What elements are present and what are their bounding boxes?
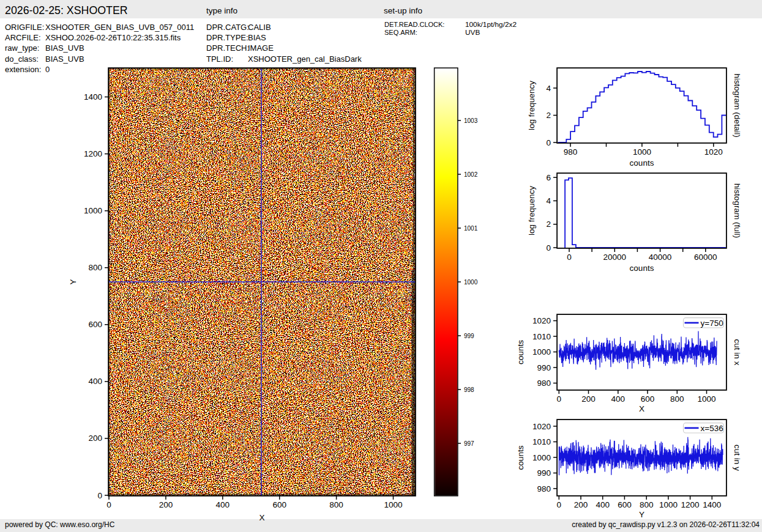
svg-text:800: 800 xyxy=(670,394,684,404)
svg-text:980: 980 xyxy=(564,147,578,157)
svg-text:990: 990 xyxy=(537,468,551,478)
svg-text:800: 800 xyxy=(329,500,343,509)
svg-text:980: 980 xyxy=(537,379,551,388)
svg-text:200: 200 xyxy=(581,394,596,404)
svg-text:1200: 1200 xyxy=(84,149,102,158)
svg-text:1000: 1000 xyxy=(464,279,478,286)
svg-text:1000: 1000 xyxy=(84,206,102,215)
svg-text:400: 400 xyxy=(216,500,230,509)
svg-text:200: 200 xyxy=(159,500,173,509)
svg-text:60000: 60000 xyxy=(694,253,717,262)
svg-text:0: 0 xyxy=(546,138,551,147)
svg-text:1020: 1020 xyxy=(704,147,723,157)
svg-text:counts: counts xyxy=(630,264,654,273)
svg-text:histogram (detail): histogram (detail) xyxy=(733,73,742,137)
svg-text:1010: 1010 xyxy=(532,332,551,341)
svg-text:1020: 1020 xyxy=(532,422,551,431)
svg-text:Y: Y xyxy=(69,279,78,284)
svg-text:200: 200 xyxy=(574,500,588,509)
svg-text:1000: 1000 xyxy=(659,500,678,509)
svg-text:cut in x: cut in x xyxy=(733,339,742,366)
svg-text:40000: 40000 xyxy=(649,253,672,262)
svg-text:0: 0 xyxy=(546,243,551,253)
svg-text:2: 2 xyxy=(546,111,551,120)
svg-text:1001: 1001 xyxy=(464,225,478,232)
svg-text:1010: 1010 xyxy=(532,437,551,446)
svg-text:Y: Y xyxy=(639,510,644,519)
svg-text:600: 600 xyxy=(88,320,102,329)
svg-text:800: 800 xyxy=(88,263,102,272)
svg-text:log frequency: log frequency xyxy=(527,186,536,235)
svg-text:counts: counts xyxy=(516,445,525,470)
svg-text:4: 4 xyxy=(546,196,551,205)
svg-text:990: 990 xyxy=(537,363,551,372)
svg-text:998: 998 xyxy=(464,386,474,393)
svg-text:1000: 1000 xyxy=(384,500,402,509)
svg-text:1020: 1020 xyxy=(532,316,551,325)
svg-text:997: 997 xyxy=(464,440,474,447)
svg-text:y=750: y=750 xyxy=(701,319,723,328)
svg-text:0: 0 xyxy=(567,253,572,262)
svg-text:400: 400 xyxy=(88,377,102,386)
svg-text:400: 400 xyxy=(611,394,626,404)
svg-text:4: 4 xyxy=(546,84,551,93)
svg-text:counts: counts xyxy=(630,158,654,168)
svg-text:1000: 1000 xyxy=(697,394,715,404)
svg-text:x=536: x=536 xyxy=(701,424,723,433)
svg-text:0: 0 xyxy=(106,500,111,509)
svg-text:1400: 1400 xyxy=(84,92,102,102)
svg-text:20000: 20000 xyxy=(603,253,627,262)
svg-text:600: 600 xyxy=(641,394,655,404)
svg-text:600: 600 xyxy=(272,500,286,509)
svg-text:999: 999 xyxy=(464,333,474,339)
svg-text:6: 6 xyxy=(546,173,551,182)
svg-text:980: 980 xyxy=(537,484,551,493)
svg-text:400: 400 xyxy=(596,500,610,509)
svg-text:1000: 1000 xyxy=(633,147,651,157)
svg-text:counts: counts xyxy=(516,340,525,364)
svg-text:1000: 1000 xyxy=(532,453,551,462)
svg-text:X: X xyxy=(259,513,264,522)
svg-text:0: 0 xyxy=(97,491,102,500)
svg-text:800: 800 xyxy=(640,500,654,509)
svg-text:log frequency: log frequency xyxy=(527,81,536,130)
svg-text:600: 600 xyxy=(618,500,632,509)
svg-text:0: 0 xyxy=(557,394,562,404)
svg-text:1400: 1400 xyxy=(703,500,721,509)
svg-text:histogram (full): histogram (full) xyxy=(733,183,742,238)
svg-text:cut in y: cut in y xyxy=(733,445,742,471)
svg-text:1002: 1002 xyxy=(464,171,478,178)
svg-text:1200: 1200 xyxy=(681,500,700,509)
svg-text:200: 200 xyxy=(88,434,102,443)
svg-text:1000: 1000 xyxy=(532,347,551,357)
svg-text:1003: 1003 xyxy=(464,117,478,124)
svg-text:X: X xyxy=(639,404,644,413)
svg-text:2: 2 xyxy=(546,220,551,229)
svg-text:0: 0 xyxy=(557,500,562,509)
